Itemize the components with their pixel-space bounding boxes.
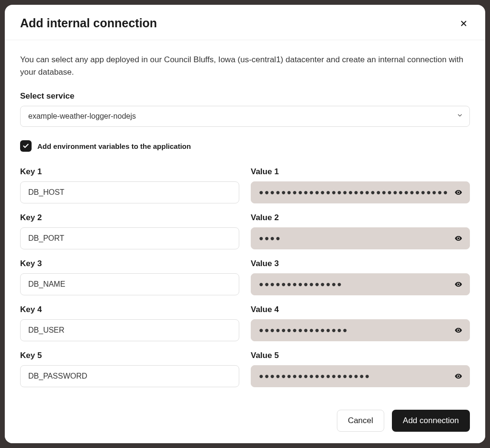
env-value-wrapper [251,181,470,203]
close-button[interactable] [457,17,470,30]
env-key-label: Key 4 [20,305,239,314]
env-value-cell: Value 1 [251,167,470,203]
env-key-input[interactable] [20,227,239,249]
eye-icon [455,280,462,288]
eye-icon [455,189,462,196]
reveal-value-button[interactable] [453,187,464,198]
eye-icon [455,326,462,334]
eye-icon [455,235,462,242]
env-checkbox-row: Add environment variables to the applica… [20,140,470,152]
env-value-wrapper [251,273,470,295]
env-value-wrapper [251,319,470,341]
env-value-label: Value 4 [251,305,470,314]
modal-description: You can select any app deployed in our C… [20,54,470,78]
add-connection-modal: Add internal connection You can select a… [5,5,485,443]
env-key-label: Key 2 [20,213,239,223]
env-key-cell: Key 2 [20,213,239,249]
env-value-cell: Value 3 [251,259,470,295]
reveal-value-button[interactable] [453,370,464,382]
reveal-value-button[interactable] [453,233,464,244]
service-select-wrapper [20,106,470,127]
env-value-input[interactable] [251,181,470,203]
modal-footer: Cancel Add connection [5,402,485,443]
env-key-input[interactable] [20,365,239,387]
env-key-label: Key 3 [20,259,239,269]
service-select[interactable] [20,106,470,127]
modal-body[interactable]: You can select any app deployed in our C… [5,40,485,402]
add-connection-button[interactable]: Add connection [392,410,470,432]
check-icon [22,143,29,149]
env-key-label: Key 5 [20,351,239,360]
eye-icon [455,372,462,380]
env-checkbox-label: Add environment variables to the applica… [37,142,191,150]
env-value-cell: Value 5 [251,351,470,387]
env-value-input[interactable] [251,273,470,295]
env-key-input[interactable] [20,273,239,295]
env-value-label: Value 2 [251,213,470,223]
cancel-button[interactable]: Cancel [337,410,384,432]
env-value-input[interactable] [251,227,470,249]
service-label: Select service [20,91,470,101]
env-value-cell: Value 4 [251,305,470,341]
env-key-cell: Key 5 [20,351,239,387]
env-value-label: Value 1 [251,167,470,177]
env-key-input[interactable] [20,319,239,341]
env-value-label: Value 3 [251,259,470,269]
env-key-cell: Key 1 [20,167,239,203]
env-key-cell: Key 4 [20,305,239,341]
env-checkbox[interactable] [20,140,32,152]
env-key-cell: Key 3 [20,259,239,295]
env-value-input[interactable] [251,319,470,341]
reveal-value-button[interactable] [453,279,464,290]
env-value-input[interactable] [251,365,470,387]
env-key-label: Key 1 [20,167,239,177]
modal-title: Add internal connection [20,16,157,30]
env-value-cell: Value 2 [251,213,470,249]
env-value-wrapper [251,227,470,249]
close-icon [459,19,468,28]
modal-header: Add internal connection [5,5,485,40]
reveal-value-button[interactable] [453,325,464,336]
env-variables-grid: Key 1Value 1Key 2Value 2Key 3Value 3Key … [20,167,470,387]
env-value-wrapper [251,365,470,387]
env-value-label: Value 5 [251,351,470,360]
env-key-input[interactable] [20,181,239,203]
